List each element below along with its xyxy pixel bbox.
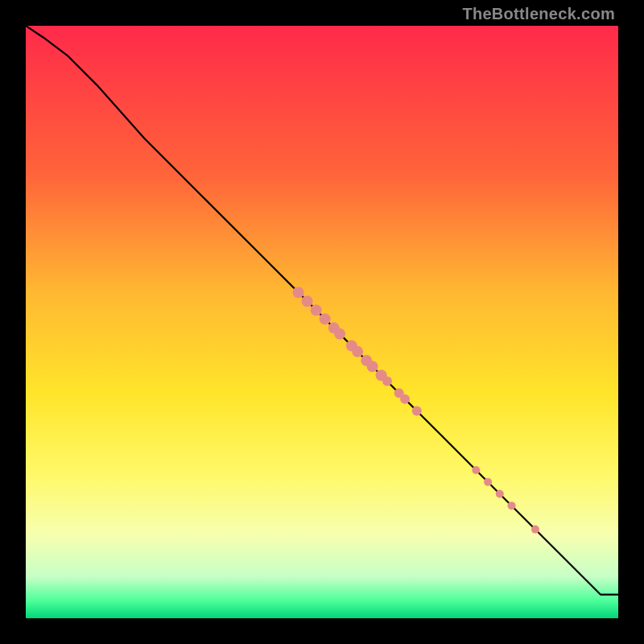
data-point (352, 346, 363, 357)
data-point (496, 489, 504, 497)
data-point (531, 526, 539, 534)
watermark-text: TheBottleneck.com (462, 5, 615, 23)
data-point (400, 394, 410, 404)
data-point (320, 313, 331, 324)
data-point (472, 466, 480, 474)
data-point (484, 478, 492, 486)
chart-stage: TheBottleneck.com (0, 0, 644, 644)
chart-svg (26, 26, 618, 618)
data-point (302, 295, 313, 307)
data-point (293, 287, 304, 298)
data-point (311, 304, 322, 316)
data-point (508, 502, 516, 510)
data-point (367, 361, 378, 372)
data-point (412, 406, 422, 415)
data-point (382, 377, 392, 386)
plot-area (26, 26, 618, 618)
data-point (334, 328, 345, 340)
